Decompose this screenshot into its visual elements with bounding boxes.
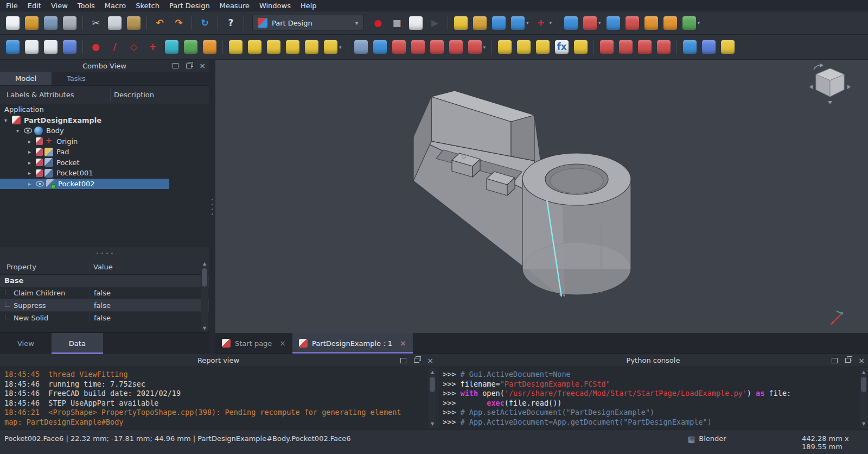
- box-zoom-button[interactable]: [606, 14, 621, 31]
- property-row-suppress[interactable]: Suppressfalse: [0, 299, 209, 312]
- tab-model[interactable]: Model: [0, 72, 52, 85]
- cut-button[interactable]: ✂: [88, 14, 103, 31]
- model-tree[interactable]: Application▾PartDesignExample▾Body▸Origi…: [0, 104, 209, 247]
- column-property[interactable]: Property: [7, 263, 36, 271]
- expand-arrow-icon[interactable]: ▸: [28, 181, 36, 187]
- fit-all-button[interactable]: [564, 14, 578, 31]
- appearance-button[interactable]: [663, 14, 678, 31]
- create-clone-button[interactable]: [202, 39, 217, 56]
- menu-item-measure[interactable]: Measure: [215, 0, 254, 11]
- redo-button[interactable]: ↷: [171, 14, 186, 31]
- pad-button[interactable]: [228, 39, 243, 56]
- refresh-button[interactable]: ↻: [197, 14, 212, 31]
- close-icon[interactable]: ×: [426, 357, 434, 364]
- macro-edit-button[interactable]: [409, 14, 423, 31]
- python-console-content[interactable]: >>> # Gui.ActiveDocument=None>>> filenam…: [438, 367, 868, 429]
- create-shape-binder-button[interactable]: [164, 39, 179, 56]
- copy-button[interactable]: [107, 14, 122, 31]
- menu-item-sketch[interactable]: Sketch: [131, 0, 164, 11]
- expand-arrow-icon[interactable]: ▸: [28, 160, 36, 166]
- menu-item-edit[interactable]: Edit: [23, 0, 46, 11]
- column-description[interactable]: Description: [114, 91, 154, 99]
- subtractive-pipe-button[interactable]: [430, 39, 444, 56]
- groove-button[interactable]: [392, 39, 406, 56]
- dock-icon[interactable]: [399, 357, 407, 364]
- whats-this-button[interactable]: ?: [224, 14, 238, 31]
- expand-arrow-icon[interactable]: ▸: [28, 170, 36, 176]
- close-icon[interactable]: ×: [858, 357, 865, 364]
- isometric-view-button[interactable]: ▾: [682, 14, 701, 31]
- boolean-operation-button[interactable]: [682, 39, 697, 56]
- scroll-down-icon[interactable]: ▼: [860, 421, 867, 426]
- menu-item-windows[interactable]: Windows: [254, 0, 296, 11]
- menu-item-file[interactable]: File: [1, 0, 23, 11]
- mirrored-button[interactable]: [497, 39, 512, 56]
- new-document-button[interactable]: [5, 14, 20, 31]
- report-view-content[interactable]: 18:45:45 thread ViewFitting18:45:46 runn…: [0, 367, 437, 429]
- tree-item-pad[interactable]: ▸Pad: [0, 147, 209, 157]
- expand-arrow-icon[interactable]: ▸: [28, 149, 36, 155]
- float-icon[interactable]: [185, 62, 193, 70]
- property-row-new-solid[interactable]: New Solidfalse: [0, 312, 209, 324]
- macro-execute-button[interactable]: ▶: [427, 14, 442, 31]
- map-sketch-button[interactable]: [62, 39, 77, 56]
- tree-item-pocket001[interactable]: ▸Pocket001: [0, 168, 209, 179]
- fillet-button[interactable]: [599, 39, 614, 56]
- 3d-viewport[interactable]: ↻ ↻: [215, 60, 868, 333]
- draw-style-button[interactable]: [644, 14, 659, 31]
- float-icon[interactable]: [413, 357, 420, 364]
- polar-pattern-button[interactable]: [535, 39, 550, 56]
- additive-helix-button[interactable]: [304, 39, 319, 56]
- property-scrollbar[interactable]: ▲ ▼: [201, 260, 208, 332]
- create-sketch-button[interactable]: [24, 39, 39, 56]
- column-value[interactable]: Value: [93, 263, 113, 271]
- dock-icon[interactable]: [171, 62, 179, 70]
- additive-loft-button[interactable]: [266, 39, 281, 56]
- hole-button[interactable]: [373, 39, 387, 56]
- scroll-down-icon[interactable]: ▼: [201, 326, 208, 331]
- document-tab-partdesignexample-1[interactable]: PartDesignExample : 1×: [292, 333, 413, 354]
- document-tab-start-page[interactable]: Start page×: [215, 333, 292, 354]
- tree-item-partdesignexample[interactable]: ▾PartDesignExample: [0, 115, 209, 126]
- subtractive-primitive-button[interactable]: ▾: [468, 39, 487, 56]
- create-body-button[interactable]: [5, 39, 20, 56]
- property-row-claim-children[interactable]: Claim Childrenfalse: [0, 287, 209, 299]
- create-coordinate-system-button[interactable]: +: [145, 39, 160, 56]
- scaled-button[interactable]: [573, 39, 588, 56]
- placement-button[interactable]: +▾: [534, 14, 553, 31]
- rotate-view-button[interactable]: [625, 14, 640, 31]
- macro-stop-button[interactable]: ■: [390, 14, 404, 31]
- panel-splitter-handle[interactable]: [0, 247, 209, 260]
- scroll-up-icon[interactable]: ▲: [429, 370, 436, 375]
- menu-item-part-design[interactable]: Part Design: [164, 0, 215, 11]
- menu-item-tools[interactable]: Tools: [73, 0, 100, 11]
- subtractive-helix-button[interactable]: [449, 39, 463, 56]
- navigation-cube[interactable]: [808, 63, 852, 106]
- fit-selection-button[interactable]: ▾: [583, 14, 602, 31]
- create-datum-plane-button[interactable]: ◇: [126, 39, 141, 56]
- macro-record-button[interactable]: ●: [371, 14, 385, 31]
- create-part-button[interactable]: [454, 14, 468, 31]
- make-sub-link-button[interactable]: ▾: [510, 14, 529, 31]
- tree-item-application[interactable]: Application: [0, 104, 209, 115]
- revolution-button[interactable]: [247, 39, 262, 56]
- undo-button[interactable]: ↶: [152, 14, 167, 31]
- thickness-button[interactable]: [656, 39, 671, 56]
- paste-button[interactable]: [126, 14, 141, 31]
- workbench-selector[interactable]: Part Design▾: [252, 15, 363, 31]
- expand-arrow-icon[interactable]: ▸: [28, 138, 36, 144]
- menu-item-macro[interactable]: Macro: [100, 0, 131, 11]
- tree-item-pocket002[interactable]: ▸Pocket002: [0, 179, 169, 190]
- subtractive-loft-button[interactable]: [411, 39, 425, 56]
- scroll-up-icon[interactable]: ▲: [201, 261, 208, 266]
- dock-icon[interactable]: [831, 357, 838, 364]
- scrollbar-thumb[interactable]: [202, 268, 207, 287]
- edit-sketch-button[interactable]: [43, 39, 58, 56]
- tab-tasks[interactable]: Tasks: [52, 72, 101, 85]
- create-group-button[interactable]: [473, 14, 487, 31]
- scrollbar-thumb[interactable]: [430, 377, 435, 392]
- column-labels-attributes[interactable]: Labels & Attributes: [7, 91, 74, 99]
- print-document-button[interactable]: [62, 14, 77, 31]
- expand-arrow-icon[interactable]: ▾: [4, 117, 12, 123]
- additive-primitive-button[interactable]: ▾: [323, 39, 342, 56]
